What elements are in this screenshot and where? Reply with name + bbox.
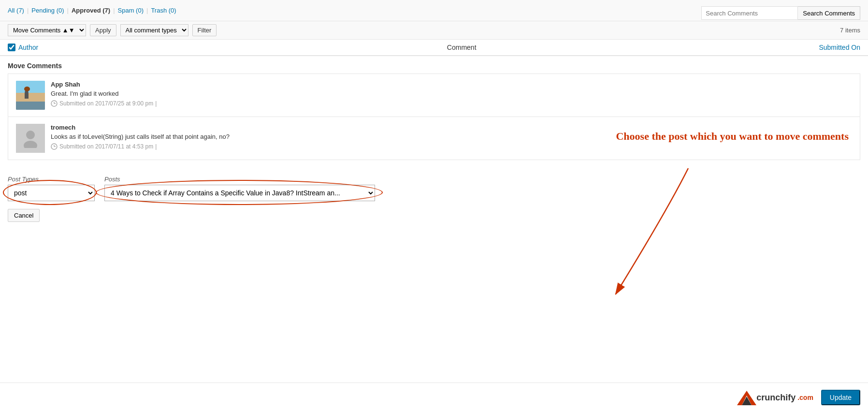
items-count: 7 items (840, 27, 860, 34)
filter-trash[interactable]: Trash (0) (151, 7, 176, 14)
comments-area: App Shah Great. I'm glad it worked Submi… (8, 74, 860, 160)
crunchify-svg-logo (737, 391, 756, 405)
section-move-comments: Move Comments (0, 56, 868, 74)
crunchify-dotcom: .com (797, 394, 813, 401)
cancel-button[interactable]: Cancel (8, 209, 40, 222)
svg-point-4 (24, 141, 37, 148)
submitted-icon-2 (51, 143, 58, 150)
posts-group: Posts 4 Ways to Check if Array Contains … (104, 176, 375, 201)
posts-label: Posts (104, 176, 375, 183)
comment-author-2: tromech (51, 124, 852, 131)
post-types-select[interactable]: post (8, 185, 95, 201)
move-comments-select[interactable]: Move Comments ▲▼ (8, 24, 86, 36)
comment-author-1: App Shah (51, 81, 852, 88)
sep4: | (146, 7, 148, 14)
post-types-label: Post Types (8, 176, 95, 183)
filter-spam[interactable]: Spam (0) (118, 7, 144, 14)
filter-approved[interactable]: Approved (7) (72, 7, 110, 14)
comment-column-header: Comment (104, 44, 819, 51)
comment-submitted-2: Submitted on 2017/07/11 at 4:53 pm (59, 143, 153, 150)
select-all-checkbox[interactable] (8, 44, 15, 51)
comment-body-2: tromech Looks as if toLevel(String) just… (51, 124, 852, 150)
author-column-header[interactable]: Author (18, 44, 38, 51)
table-header: Author Comment Submitted On (0, 40, 868, 56)
post-types-group: Post Types post (8, 176, 95, 201)
comment-meta-2: Submitted on 2017/07/11 at 4:53 pm | (51, 143, 852, 150)
bottom-form-row: Post Types post Posts 4 Ways to Check if… (8, 176, 860, 201)
comment-text-1: Great. I'm glad it worked (51, 90, 852, 97)
comment-text-2: Looks as if toLevel(String) just calls i… (51, 133, 852, 140)
filter-links: All (7) | Pending (0) | Approved (7) | S… (8, 7, 176, 14)
submitted-icon-1 (51, 100, 58, 107)
comment-pipe-2: | (155, 143, 157, 150)
comment-meta-1: Submitted on 2017/07/25 at 9:00 pm | (51, 100, 852, 107)
comment-body-1: App Shah Great. I'm glad it worked Submi… (51, 81, 852, 107)
comment-submitted-1: Submitted on 2017/07/25 at 9:00 pm (59, 100, 153, 107)
footer-bar: crunchify.com Update (0, 383, 868, 412)
th-author-cell: Author (8, 44, 104, 51)
toolbar-right: 7 items (840, 27, 860, 34)
cancel-row: Cancel (8, 209, 860, 222)
person-silhouette (21, 129, 40, 148)
sep1: | (27, 7, 29, 14)
update-button[interactable]: Update (821, 390, 860, 405)
avatar-appshah (16, 81, 45, 110)
footer-right: crunchify.com Update (737, 390, 860, 405)
search-comments-button[interactable]: Search Comments (798, 6, 860, 20)
bottom-form-section: Post Types post Posts 4 Ways to Check if… (0, 168, 868, 230)
sep3: | (113, 7, 115, 14)
filter-pending[interactable]: Pending (0) (31, 7, 64, 14)
posts-select[interactable]: 4 Ways to Check if Array Contains a Spec… (104, 185, 375, 201)
filter-button[interactable]: Filter (192, 24, 217, 36)
crunchify-name: crunchify (756, 393, 796, 403)
submitted-on-column-header[interactable]: Submitted On (819, 44, 860, 51)
search-bar-top: Search Comments (694, 0, 868, 26)
apply-button[interactable]: Apply (90, 24, 116, 36)
page-wrapper: Search Comments All (7) | Pending (0) | … (0, 0, 868, 412)
comment-types-select[interactable]: All comment types (120, 24, 188, 36)
comment-row-1: App Shah Great. I'm glad it worked Submi… (8, 74, 860, 117)
comment-row-2: tromech Looks as if toLevel(String) just… (8, 117, 860, 160)
sep2: | (67, 7, 69, 14)
crunchify-icon (737, 391, 754, 404)
comment-pipe-1: | (155, 100, 157, 107)
filter-all[interactable]: All (7) (8, 7, 24, 14)
avatar-tromech (16, 124, 45, 153)
svg-point-3 (26, 131, 35, 139)
crunchify-logo: crunchify.com (737, 391, 813, 404)
search-comments-input[interactable] (701, 6, 798, 20)
